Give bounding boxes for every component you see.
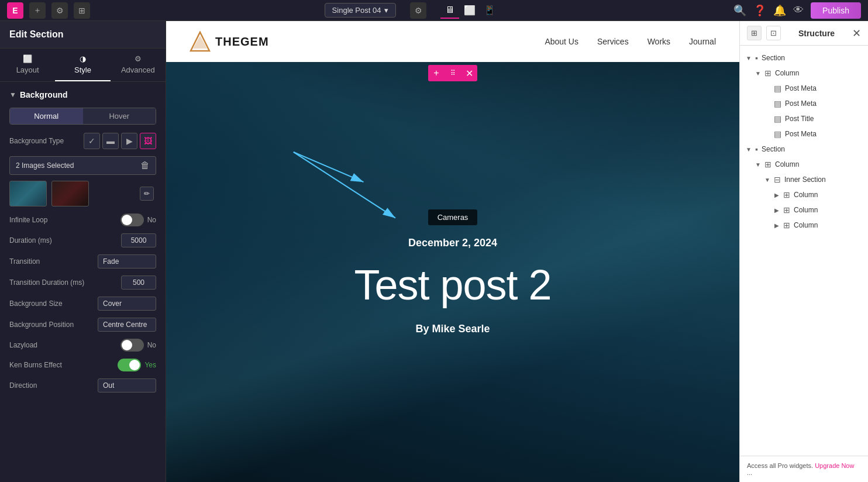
tree-arrow-column5[interactable]: [773, 222, 781, 229]
elementor-logo[interactable]: E: [7, 2, 23, 19]
ken-burns-row: Ken Burns Effect Yes: [9, 359, 156, 371]
background-position-select[interactable]: Centre Centre: [98, 318, 156, 332]
advanced-icon: ⚙: [135, 54, 142, 63]
topbar-right: 🔍 ❓ 🔔 👁 Publish: [733, 2, 861, 19]
nav-services[interactable]: Services: [597, 37, 629, 46]
thumbnail-1[interactable]: [9, 181, 47, 206]
lazyload-toggle[interactable]: No: [120, 339, 156, 352]
nav-works[interactable]: Works: [647, 37, 670, 46]
tree-innersection[interactable]: ⊟ Inner Section: [740, 172, 868, 187]
tree-column-4[interactable]: ⊞ Column: [740, 202, 868, 218]
nav-about[interactable]: About Us: [545, 37, 578, 46]
ken-burns-thumb: [129, 360, 140, 370]
background-size-row: Background Size Cover: [9, 297, 156, 311]
settings-button[interactable]: ⚙: [51, 2, 68, 19]
ken-burns-toggle[interactable]: Yes: [118, 359, 156, 371]
tree-section-1[interactable]: ▪ Section: [740, 50, 868, 66]
transition-label: Transition: [9, 257, 93, 266]
desktop-view-button[interactable]: 🖥: [440, 2, 459, 19]
background-section-title: ▼ Background: [9, 90, 156, 99]
section-toolbar: + ⠿ ✕: [428, 65, 477, 81]
hero-section: + ⠿ ✕ Cameras Decem: [166, 62, 739, 482]
tree-label-column3: Column: [794, 191, 818, 199]
direction-row: Direction Out: [9, 378, 156, 393]
tree-column-1[interactable]: ⊞ Column: [740, 66, 868, 81]
delete-images-button[interactable]: 🗑: [140, 160, 150, 171]
tab-layout[interactable]: ⬜ Layout: [0, 49, 55, 81]
mobile-view-button[interactable]: 📱: [480, 2, 499, 19]
right-panel: ⊞ ⊡ Structure ✕ ▪ Section ⊞ Column: [739, 21, 868, 482]
hover-button[interactable]: Hover: [83, 108, 156, 124]
bg-type-video-button[interactable]: ▶: [121, 133, 137, 149]
column-icon-2: ⊞: [764, 160, 771, 169]
tree-postmeta-3[interactable]: ▤ Post Meta: [740, 126, 868, 142]
direction-label: Direction: [9, 381, 93, 390]
preview-icon[interactable]: 👁: [793, 4, 804, 16]
search-icon[interactable]: 🔍: [733, 4, 746, 17]
background-size-select[interactable]: Cover: [98, 297, 156, 311]
tree-label-postmeta2: Post Meta: [785, 99, 817, 108]
page-selector[interactable]: Single Post 04 ▾: [325, 3, 397, 18]
publish-button[interactable]: Publish: [811, 2, 861, 19]
tab-style-label: Style: [74, 66, 91, 74]
tree-arrow-column3[interactable]: [773, 192, 781, 198]
page-name: Single Post 04: [332, 6, 381, 15]
page-dropdown-arrow: ▾: [384, 6, 388, 15]
ken-burns-track[interactable]: [118, 359, 141, 371]
section-close-button[interactable]: ✕: [461, 65, 477, 81]
layers-button[interactable]: ⊞: [74, 2, 90, 19]
tree-postmeta-2[interactable]: ▤ Post Meta: [740, 96, 868, 111]
tab-style[interactable]: ◑ Style: [55, 49, 110, 81]
tree-posttitle[interactable]: ▤ Post Title: [740, 111, 868, 126]
tree-arrow-column4[interactable]: [773, 207, 781, 214]
tree-arrow-column2[interactable]: [754, 161, 762, 168]
bg-type-gradient-button[interactable]: ▬: [102, 133, 119, 149]
structure-view-button[interactable]: ⊞: [747, 26, 762, 40]
tree-arrow-column1[interactable]: [754, 70, 762, 77]
add-widget-button[interactable]: ＋: [29, 2, 46, 19]
images-selected-label: 2 Images Selected: [16, 161, 140, 170]
duration-value[interactable]: 5000: [121, 233, 156, 247]
bg-type-slideshow-button[interactable]: 🖼: [140, 133, 156, 149]
direction-select[interactable]: Out: [98, 378, 156, 393]
section-icon-1: ▪: [755, 53, 758, 63]
infinite-loop-row: Infinite Loop No: [9, 214, 156, 226]
right-panel-close-button[interactable]: ✕: [852, 27, 861, 40]
section-move-button[interactable]: ⠿: [445, 65, 461, 81]
tree-arrow-innersection[interactable]: [763, 177, 771, 183]
upgrade-link[interactable]: Upgrade Now: [815, 462, 854, 469]
tree-section-2[interactable]: ▪ Section: [740, 142, 868, 157]
bg-type-color-button[interactable]: ✓: [84, 133, 100, 149]
edit-images-button[interactable]: ✏: [140, 187, 154, 201]
thumbnail-2[interactable]: [51, 181, 89, 206]
collapse-arrow-icon[interactable]: ▼: [9, 91, 16, 99]
lazyload-track[interactable]: [120, 339, 144, 352]
normal-button[interactable]: Normal: [10, 108, 83, 124]
ken-burns-value: Yes: [144, 361, 156, 369]
transition-duration-row: Transition Duration (ms) 500: [9, 276, 156, 290]
responsive-view-button[interactable]: ⊡: [766, 26, 781, 40]
tab-advanced[interactable]: ⚙ Advanced: [111, 49, 166, 81]
tree-label-postmeta3: Post Meta: [785, 130, 817, 138]
infinite-loop-label: Infinite Loop: [9, 216, 120, 224]
infinite-loop-toggle[interactable]: No: [120, 214, 156, 226]
tree-postmeta-1[interactable]: ▤ Post Meta: [740, 81, 868, 96]
hero-badge: Cameras: [428, 209, 478, 225]
page-settings-button[interactable]: ⚙: [410, 2, 426, 19]
panel-title: Edit Section: [0, 21, 166, 49]
infinite-loop-value: No: [147, 216, 156, 224]
notifications-icon[interactable]: 🔔: [773, 4, 786, 17]
help-icon[interactable]: ❓: [753, 4, 766, 17]
tree-column-3[interactable]: ⊞ Column: [740, 187, 868, 202]
infinite-loop-track[interactable]: [120, 214, 144, 226]
tree-column-5[interactable]: ⊞ Column: [740, 218, 868, 233]
tablet-view-button[interactable]: ⬜: [460, 2, 479, 19]
nav-journal[interactable]: Journal: [689, 37, 716, 46]
transition-duration-value[interactable]: 500: [121, 276, 156, 290]
transition-select[interactable]: Fade: [98, 254, 156, 268]
tree-column-2[interactable]: ⊞ Column: [740, 157, 868, 172]
tree-arrow-section2[interactable]: [745, 146, 753, 153]
topbar-left: E ＋ ⚙ ⊞: [7, 2, 90, 19]
tree-arrow-section1[interactable]: [745, 55, 753, 61]
section-add-button[interactable]: +: [428, 65, 445, 81]
